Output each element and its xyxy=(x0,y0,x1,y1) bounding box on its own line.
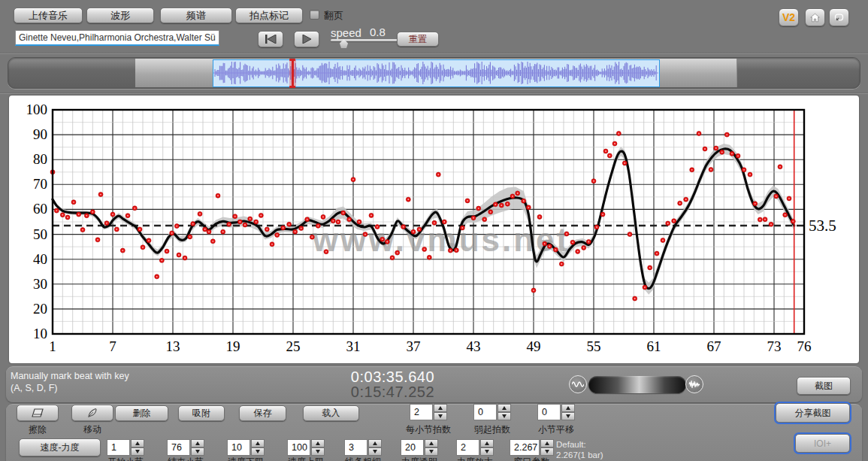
spinner-stepper-r2-0 xyxy=(131,439,144,456)
spinner-up-button[interactable] xyxy=(480,439,494,447)
x-tick-label: 31 xyxy=(346,338,361,354)
spinner-stepper-r2-1 xyxy=(191,439,204,456)
page-turn-checkbox[interactable] xyxy=(310,10,319,20)
spinner-stepper-r1-2 xyxy=(561,404,575,420)
y-tick-label: 20 xyxy=(33,301,47,317)
spinner-up-button[interactable] xyxy=(368,439,382,447)
waveform-selection[interactable] xyxy=(213,59,660,87)
spinner-up-button[interactable] xyxy=(131,439,144,447)
spinner-value-r2-6[interactable]: 2 xyxy=(456,439,479,456)
up-arrow-icon xyxy=(195,441,200,445)
spinner-down-button[interactable] xyxy=(251,447,265,456)
default-hint-line1: Default: xyxy=(556,439,603,450)
spinner-value-r2-3[interactable]: 100 xyxy=(287,439,310,456)
spinner-up-button[interactable] xyxy=(434,404,447,412)
playhead-cap-top xyxy=(289,59,295,61)
spinner-value-r1-0[interactable]: 2 xyxy=(410,404,433,420)
up-arrow-icon xyxy=(135,441,140,445)
spinner-up-button[interactable] xyxy=(425,439,438,447)
spinner-down-button[interactable] xyxy=(191,447,204,456)
home-button[interactable] xyxy=(805,8,825,26)
volume-max-button[interactable] xyxy=(685,375,703,393)
tempo-dynamics-chart[interactable]: www.vmus.net1020304050607080901001713192… xyxy=(9,96,859,363)
speed-value: 0.8 xyxy=(370,26,386,38)
play-button[interactable] xyxy=(294,31,319,47)
down-arrow-icon xyxy=(195,450,200,453)
x-tick-label: 43 xyxy=(467,338,481,354)
reset-speed-button[interactable]: 重置 xyxy=(397,32,439,47)
track-title-input[interactable] xyxy=(15,30,219,46)
spinner-down-button[interactable] xyxy=(131,447,144,456)
volume-min-button[interactable] xyxy=(569,375,587,393)
move-tool-button[interactable] xyxy=(71,405,113,421)
spinner-up-button[interactable] xyxy=(561,404,575,412)
up-arrow-icon xyxy=(502,406,507,410)
screenshot-button[interactable]: 截图 xyxy=(797,377,851,395)
move-pen-icon xyxy=(86,408,98,418)
spinner-down-button[interactable] xyxy=(561,412,575,420)
spinner-down-button[interactable] xyxy=(540,447,554,456)
erase-tool-button[interactable] xyxy=(17,405,59,421)
share-screenshot-button[interactable]: 分享截图 xyxy=(776,403,850,423)
spinner-label-r1-1: 弱起拍数 xyxy=(460,423,525,436)
down-arrow-icon xyxy=(135,450,140,453)
spectrum-view-button[interactable]: 频谱 xyxy=(160,8,232,23)
spinner-value-r1-2[interactable]: 0 xyxy=(537,404,561,420)
speed-slider-track[interactable] xyxy=(331,39,400,41)
x-tick-label: 61 xyxy=(647,338,661,354)
upload-music-button[interactable]: 上传音乐 xyxy=(14,8,83,23)
beat-mark-button[interactable]: 拍点标记 xyxy=(235,8,303,23)
spinner-stepper-r2-4 xyxy=(368,439,382,456)
y-tick-label: 60 xyxy=(33,201,47,217)
hint-line1: Manually mark beat with key xyxy=(11,370,129,382)
fullscreen-button[interactable] xyxy=(829,8,849,26)
y-tick-label: 40 xyxy=(33,251,47,267)
spinner-value-r2-2[interactable]: 10 xyxy=(227,439,250,456)
spinner-down-button[interactable] xyxy=(480,447,494,456)
spinner-down-button[interactable] xyxy=(434,412,447,420)
spinner-value-r1-1[interactable]: 0 xyxy=(473,404,497,420)
delete-button[interactable]: 删除 xyxy=(115,405,168,421)
spinner-up-button[interactable] xyxy=(498,404,511,412)
playhead-cursor[interactable] xyxy=(292,59,294,87)
spinner-value-r2-5[interactable]: 20 xyxy=(401,439,424,456)
mean-value-label: 53.5 xyxy=(809,217,836,235)
spinner-value-r2-0[interactable]: 1 xyxy=(107,439,130,456)
spinner-down-button[interactable] xyxy=(368,447,382,456)
spinner-down-button[interactable] xyxy=(498,412,511,420)
eraser-icon xyxy=(31,408,44,417)
spinner-down-button[interactable] xyxy=(311,447,325,456)
y-tick-label: 10 xyxy=(33,326,47,341)
volume-slider[interactable] xyxy=(588,376,686,393)
spinner-up-button[interactable] xyxy=(251,439,265,447)
up-arrow-icon xyxy=(256,441,260,445)
skip-to-start-button[interactable] xyxy=(258,31,283,47)
move-tool-label: 移动 xyxy=(71,423,113,436)
version-v2-button[interactable]: V2 xyxy=(779,8,799,26)
waveform-view-button[interactable]: 波形 xyxy=(86,8,154,23)
spinner-up-button[interactable] xyxy=(540,439,554,447)
ioi-button[interactable]: IOI+ xyxy=(795,434,850,453)
down-arrow-icon xyxy=(373,450,377,453)
erase-tool-label: 擦除 xyxy=(17,423,59,436)
spinner-label-r2-3: 速度上限 xyxy=(274,456,338,461)
spinner-value-r2-4[interactable]: 3 xyxy=(344,439,367,456)
snap-button[interactable]: 吸附 xyxy=(178,405,225,421)
x-tick-label: 55 xyxy=(587,338,601,354)
load-button[interactable]: 载入 xyxy=(303,405,359,421)
spinner-stepper-r2-5 xyxy=(425,439,438,456)
save-button[interactable]: 保存 xyxy=(239,405,286,421)
spinner-down-button[interactable] xyxy=(425,447,438,456)
up-arrow-icon xyxy=(566,406,570,410)
spinner-up-button[interactable] xyxy=(311,439,325,447)
y-tick-label: 30 xyxy=(33,276,47,292)
spinner-up-button[interactable] xyxy=(191,439,204,447)
spinner-label-r1-0: 每小节拍数 xyxy=(396,423,461,436)
tempo-chart-panel[interactable]: www.vmus.net1020304050607080901001713192… xyxy=(9,96,859,363)
spinner-value-r2-7[interactable]: 2.267 xyxy=(510,439,540,456)
tempo-dynamics-mode-button[interactable]: 速度-力度 xyxy=(19,438,101,456)
waveform-icon xyxy=(688,380,700,389)
up-arrow-icon xyxy=(316,441,320,445)
x-tick-label: 1 xyxy=(49,338,56,354)
spinner-value-r2-1[interactable]: 76 xyxy=(167,439,190,456)
